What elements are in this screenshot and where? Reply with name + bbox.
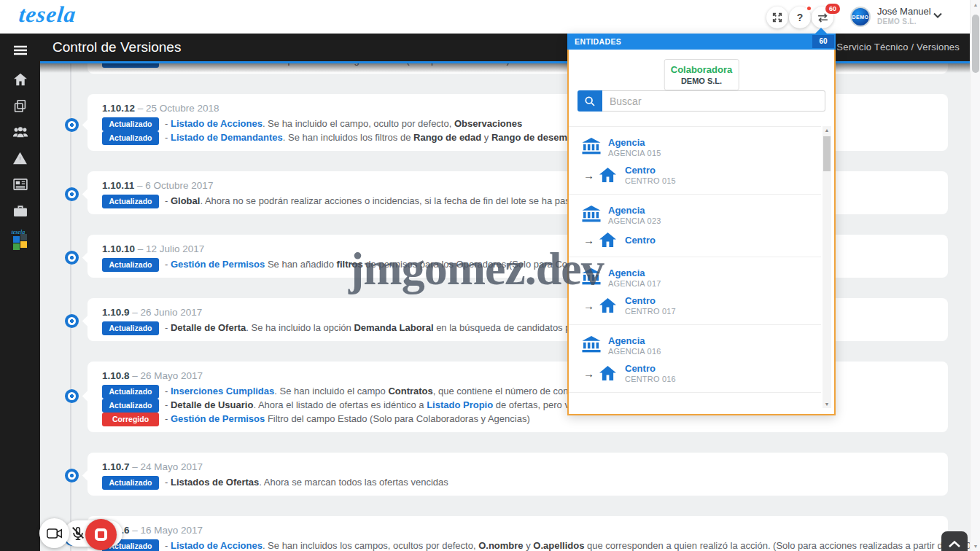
agency-row[interactable]: AgenciaAGENCIA 015	[582, 137, 821, 157]
avatar[interactable]: DEMO	[850, 7, 871, 27]
version-card: 1.10.6 – 16 Mayo 2017Actualizado- Listad…	[88, 516, 948, 551]
agency-text: AgenciaAGENCIA 017	[608, 267, 661, 288]
notification-dot	[806, 5, 812, 12]
sidebar-item-home[interactable]	[0, 69, 40, 90]
version-note-link[interactable]: Listado de Acciones	[171, 118, 262, 129]
arrow-right-icon: →	[583, 367, 599, 380]
scroll-down-icon[interactable]: ▼	[822, 402, 831, 407]
center-link[interactable]: Centro	[625, 295, 676, 306]
status-badge: Actualizado	[102, 131, 159, 145]
scroll-down-icon[interactable]: ▼	[971, 544, 980, 549]
status-badge: Actualizado	[102, 195, 159, 208]
version-note-link[interactable]: Listado de Acciones	[171, 540, 262, 551]
breadcrumb[interactable]: 1 / Servicio Técnico / Versiones	[822, 34, 960, 61]
version-note-text: O.apellidos	[533, 540, 584, 551]
tesela-logo: tesela	[18, 1, 77, 28]
entity-group: AgenciaAGENCIA 023→Centro	[569, 195, 821, 257]
hamburger-menu-button[interactable]	[0, 39, 40, 61]
center-link[interactable]: Centro	[625, 235, 656, 246]
user-company: DEMO S.L.	[877, 17, 931, 26]
version-note-text: . Se ha incluido el campo, oculto por de…	[262, 118, 454, 129]
sidebar-item-news[interactable]	[0, 173, 40, 195]
sidebar-item-users[interactable]	[0, 121, 40, 143]
search-input[interactable]	[602, 90, 825, 112]
agency-row[interactable]: AgenciaAGENCIA 023	[582, 205, 821, 225]
entity-list-scrollbar[interactable]: ▲ ▼	[822, 126, 831, 408]
version-note-row: Actualizado- Control de Actividad. Se op…	[102, 63, 510, 68]
user-menu[interactable]: José Manuel DEMO S.L.	[877, 6, 931, 26]
version-note-link[interactable]: Listado Propio	[427, 399, 493, 410]
search-button[interactable]	[578, 90, 602, 112]
status-badge: Actualizado	[102, 476, 159, 490]
status-badge: Actualizado	[102, 385, 159, 399]
microphone-muted-icon[interactable]	[70, 525, 86, 542]
chevron-down-icon[interactable]	[933, 12, 942, 18]
version-note-link[interactable]: Gestión de Permisos	[171, 259, 265, 270]
agency-row[interactable]: AgenciaAGENCIA 017	[582, 267, 821, 288]
fullscreen-icon	[771, 12, 783, 23]
agency-text: AgenciaAGENCIA 016	[608, 335, 661, 356]
users-group-icon	[12, 126, 28, 138]
agency-link[interactable]: Agencia	[608, 267, 661, 278]
entities-panel-header: ENTIDADES 60	[567, 34, 836, 50]
sidebar: tesela	[0, 34, 40, 551]
version-note-link[interactable]: Gestión de Permisos	[171, 413, 265, 424]
scrollbar-thumb[interactable]	[972, 15, 979, 73]
page-scrollbar[interactable]: ▲ ▼	[970, 0, 980, 551]
center-row[interactable]: →Centro	[582, 232, 821, 248]
version-number: 1.10.8	[102, 370, 132, 381]
center-name: CENTRO 015	[625, 176, 676, 185]
stop-recording-button[interactable]	[85, 519, 117, 550]
agency-name: AGENCIA 015	[608, 149, 661, 157]
arrow-right-icon: →	[583, 300, 599, 312]
status-badge: Actualizado	[102, 399, 159, 413]
scroll-up-icon[interactable]: ▲	[822, 128, 831, 133]
sidebar-item-briefcase[interactable]	[0, 200, 40, 222]
hamburger-icon	[13, 45, 28, 55]
note-dash: -	[165, 195, 171, 206]
scroll-up-icon[interactable]: ▲	[971, 2, 980, 7]
version-note-link[interactable]: Inserciones Cumplidas	[171, 386, 274, 396]
version-date: – 16 Mayo 2017	[132, 525, 203, 536]
note-dash: -	[165, 322, 171, 333]
help-button[interactable]: ?	[789, 7, 811, 28]
version-note-row: Actualizado- Listado de Acciones. Se han…	[102, 539, 933, 551]
note-dash: -	[165, 118, 171, 129]
agency-name: AGENCIA 017	[608, 279, 661, 288]
sidebar-item-app-logo[interactable]: tesela	[0, 227, 40, 252]
agency-link[interactable]: Agencia	[608, 205, 661, 216]
sidebar-item-alerts[interactable]	[0, 147, 40, 169]
version-note-text: . Se han incluido el campo	[274, 386, 388, 396]
chevron-up-icon	[949, 541, 960, 547]
agency-row[interactable]: AgenciaAGENCIA 016	[582, 335, 821, 356]
agency-link[interactable]: Agencia	[608, 137, 661, 148]
version-date: – 12 Julio 2017	[138, 243, 205, 254]
center-row[interactable]: →CentroCENTRO 015	[582, 165, 821, 185]
warning-icon	[12, 152, 28, 165]
stop-icon	[95, 528, 107, 541]
camera-button[interactable]	[39, 518, 69, 548]
version-number: 1.10.12	[102, 103, 138, 114]
center-row[interactable]: →CentroCENTRO 016	[582, 363, 821, 383]
version-note-text: . Ahora el listado de ofertas es idéntic…	[253, 399, 427, 410]
entities-panel-body: Colaboradora DEMO S.L. AgenciaAGENCIA 01…	[567, 50, 836, 415]
agency-name: AGENCIA 023	[608, 216, 661, 225]
version-note-text: Global	[171, 195, 200, 206]
sidebar-item-documents[interactable]	[0, 95, 40, 117]
version-note-link[interactable]: Control de Actividad	[171, 63, 263, 66]
user-name: José Manuel	[877, 6, 931, 17]
newspaper-icon	[13, 179, 28, 190]
center-link[interactable]: Centro	[625, 165, 676, 176]
entities-panel: ENTIDADES 60 Colaboradora DEMO S.L. Agen…	[567, 34, 836, 415]
version-date: – 6 Octubre 2017	[137, 180, 213, 191]
scroll-to-top-button[interactable]	[941, 531, 968, 551]
fullscreen-button[interactable]	[766, 7, 788, 28]
selected-entity-button[interactable]: Colaboradora DEMO S.L.	[664, 59, 739, 90]
scrollbar-thumb[interactable]	[823, 136, 831, 171]
version-note-link[interactable]: Listado de Demandantes	[171, 132, 283, 143]
bank-icon	[582, 268, 601, 285]
center-row[interactable]: →CentroCENTRO 017	[582, 295, 821, 316]
version-note-text: Listados de Ofertas	[171, 477, 259, 488]
center-link[interactable]: Centro	[625, 363, 676, 374]
agency-link[interactable]: Agencia	[608, 335, 661, 346]
